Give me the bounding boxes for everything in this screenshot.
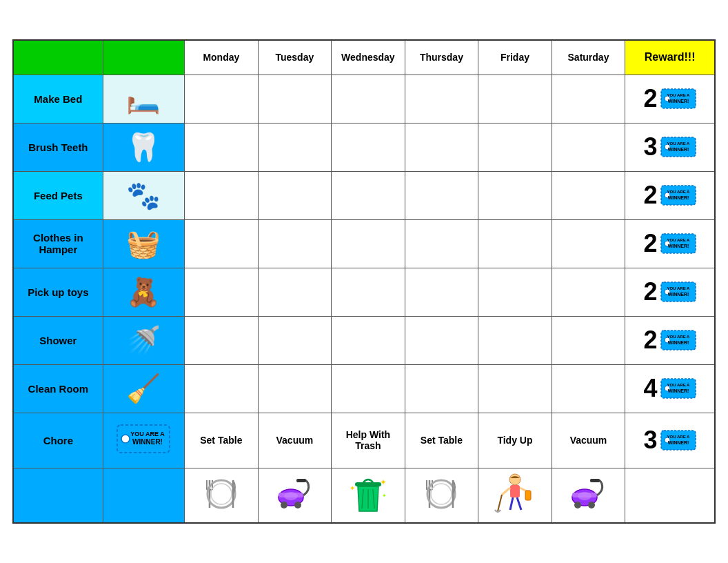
svg-point-46 <box>281 502 287 508</box>
vacuum-icon-saturday <box>564 473 612 515</box>
svg-text:YOU ARE A: YOU ARE A <box>667 141 690 146</box>
reward-cell-chore: 3 YOU ARE A WINNER! <box>625 413 715 468</box>
day-cell-makebed-thu[interactable] <box>405 75 478 123</box>
day-cell-cleanroom-fri[interactable] <box>478 364 552 413</box>
day-cell-shower-sat[interactable] <box>552 316 625 364</box>
day-cell-feedpets-thu[interactable] <box>405 171 478 219</box>
ticket-icon-shower: YOU ARE A WINNER! <box>660 330 696 350</box>
svg-point-75 <box>588 502 595 508</box>
header-col2 <box>103 40 184 75</box>
day-cell-makebed-mon[interactable] <box>185 75 259 123</box>
vacuum-icon-tuesday <box>270 473 318 515</box>
day-cell-clotheshamper-fri[interactable] <box>478 219 552 268</box>
day-cell-brushteeth-thu[interactable] <box>405 123 478 171</box>
task-label-chore: Chore <box>13 413 103 468</box>
reward-cell-brushteeth: 3 YOU ARE A WINNER! <box>625 123 715 171</box>
day-cell-chore-fri[interactable]: Tidy Up <box>478 413 552 468</box>
day-cell-chore-mon[interactable]: Set Table <box>185 413 259 468</box>
day-cell-feedpets-wed[interactable] <box>332 171 405 219</box>
svg-point-63 <box>509 474 520 485</box>
svg-point-76 <box>578 492 592 500</box>
day-cell-clotheshamper-thu[interactable] <box>405 219 478 268</box>
task-icon-brush-teeth: 🦷 <box>103 123 184 171</box>
svg-text:WINNER!: WINNER! <box>667 292 689 297</box>
day-cell-makebed-wed[interactable] <box>332 75 405 123</box>
day-cell-brushteeth-wed[interactable] <box>332 123 405 171</box>
day-cell-pickuptoys-thu[interactable] <box>405 268 478 316</box>
day-cell-makebed-fri[interactable] <box>478 75 552 123</box>
day-cell-pickuptoys-wed[interactable] <box>332 268 405 316</box>
day-cell-pickuptoys-mon[interactable] <box>185 268 259 316</box>
chore-chart: Monday Tuesday Wednesday Thursday Friday… <box>12 39 716 524</box>
svg-text:WINNER!: WINNER! <box>667 440 689 445</box>
day-cell-shower-thu[interactable] <box>405 316 478 364</box>
svg-line-66 <box>517 497 521 510</box>
reward-cell-feedpets: 2 YOU ARE A WINNER! <box>625 171 715 219</box>
header-tuesday: Tuesday <box>258 40 332 75</box>
header-friday: Friday <box>478 40 552 75</box>
bottom-icon-saturday <box>552 468 625 523</box>
day-cell-pickuptoys-sat[interactable] <box>552 268 625 316</box>
header-thursday: Thursday <box>405 40 478 75</box>
day-cell-clotheshamper-mon[interactable] <box>185 219 259 268</box>
ticket-icon-cleanroom: YOU ARE A WINNER! <box>660 378 696 399</box>
svg-text:YOU ARE A: YOU ARE A <box>667 93 690 97</box>
reward-cell-makebed: 2 YOU ARE A WINNER! <box>625 75 715 123</box>
ticket-icon-makebed: YOU ARE A WINNER! <box>660 88 696 109</box>
day-cell-shower-tue[interactable] <box>258 316 332 364</box>
day-cell-chore-wed[interactable]: Help With Trash <box>332 413 405 468</box>
day-cell-brushteeth-sat[interactable] <box>552 123 625 171</box>
day-cell-makebed-tue[interactable] <box>258 75 332 123</box>
svg-point-41 <box>211 484 232 504</box>
reward-cell-cleanroom: 4 YOU ARE A WINNER! <box>625 364 715 413</box>
header-wednesday: Wednesday <box>332 40 405 75</box>
task-icon-chore: YOU ARE A WINNER! <box>103 413 184 468</box>
bottom-cell-col1 <box>13 468 103 523</box>
day-cell-brushteeth-fri[interactable] <box>478 123 552 171</box>
day-cell-shower-fri[interactable] <box>478 316 552 364</box>
day-cell-cleanroom-wed[interactable] <box>332 364 405 413</box>
svg-text:WINNER!: WINNER! <box>667 244 689 248</box>
ticket-icon-brushteeth: YOU ARE A WINNER! <box>660 137 696 157</box>
task-label-make-bed: Make Bed <box>13 75 103 123</box>
header-reward: Reward!!! <box>625 40 715 75</box>
ticket-icon-chore: YOU ARE A WINNER! <box>660 430 696 451</box>
bottom-icon-thursday <box>405 468 478 523</box>
day-cell-pickuptoys-fri[interactable] <box>478 268 552 316</box>
svg-text:YOU ARE A: YOU ARE A <box>667 335 690 339</box>
day-cell-chore-thu[interactable]: Set Table <box>405 413 478 468</box>
day-cell-cleanroom-mon[interactable] <box>185 364 259 413</box>
day-cell-clotheshamper-sat[interactable] <box>552 219 625 268</box>
svg-text:✦: ✦ <box>380 477 387 487</box>
day-cell-cleanroom-tue[interactable] <box>258 364 332 413</box>
ticket-icon-clotheshamper: YOU ARE A WINNER! <box>660 233 696 254</box>
day-cell-feedpets-fri[interactable] <box>478 171 552 219</box>
day-cell-cleanroom-sat[interactable] <box>552 364 625 413</box>
day-cell-feedpets-mon[interactable] <box>185 171 259 219</box>
day-cell-shower-wed[interactable] <box>332 316 405 364</box>
svg-text:✦: ✦ <box>382 493 387 499</box>
day-cell-brushteeth-mon[interactable] <box>185 123 259 171</box>
svg-text:WINNER!: WINNER! <box>667 147 689 152</box>
day-cell-brushteeth-tue[interactable] <box>258 123 332 171</box>
task-icon-make-bed: 🛏️ <box>103 75 184 123</box>
day-cell-clotheshamper-wed[interactable] <box>332 219 405 268</box>
day-cell-pickuptoys-tue[interactable] <box>258 268 332 316</box>
day-cell-chore-sat[interactable]: Vacuum <box>552 413 625 468</box>
svg-text:YOU ARE A: YOU ARE A <box>131 431 165 437</box>
day-cell-cleanroom-thu[interactable] <box>405 364 478 413</box>
task-label-brush-teeth: Brush Teeth <box>13 123 103 171</box>
big-ticket-icon: YOU ARE A WINNER! <box>116 422 171 455</box>
day-cell-clotheshamper-tue[interactable] <box>258 219 332 268</box>
day-cell-chore-tue[interactable]: Vacuum <box>258 413 332 468</box>
svg-rect-73 <box>590 479 600 482</box>
bottom-reward-cell <box>625 468 715 523</box>
task-icon-clothes-hamper: 🧺 <box>103 219 184 268</box>
svg-point-29 <box>121 435 130 443</box>
day-cell-makebed-sat[interactable] <box>552 75 625 123</box>
header-monday: Monday <box>185 40 259 75</box>
day-cell-feedpets-tue[interactable] <box>258 171 332 219</box>
day-cell-shower-mon[interactable] <box>185 316 259 364</box>
svg-rect-45 <box>296 479 306 482</box>
day-cell-feedpets-sat[interactable] <box>552 171 625 219</box>
